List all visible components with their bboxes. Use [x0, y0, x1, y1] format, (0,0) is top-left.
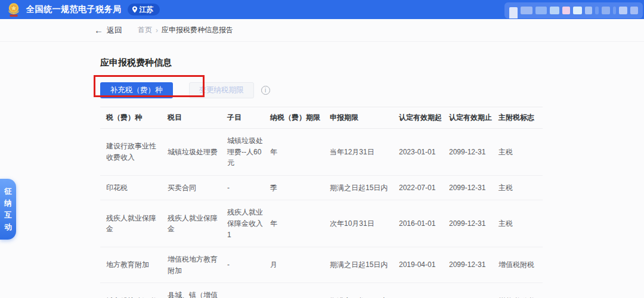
tax-types-table: 税（费）种 税目 子目 纳税（费）期限 申报期限 认定有效期起 认定有效期止 主… [100, 107, 543, 298]
cell-valid-from: 2019-04-01 [399, 247, 449, 283]
cell-filing-deadline: 期满之日起15日内 [330, 283, 399, 298]
region-label: 江苏 [140, 5, 154, 15]
action-button-row: 补充税（费）种 变更纳税期限 i [100, 78, 543, 102]
cell-tax-period: 月 [270, 283, 330, 298]
table-header-row: 税（费）种 税目 子目 纳税（费）期限 申报期限 认定有效期起 认定有效期止 主… [100, 107, 543, 129]
cell-sub-item: - [227, 175, 270, 200]
cell-filing-deadline: 期满之日起15日内 [330, 247, 399, 283]
supplement-tax-button[interactable]: 补充税（费）种 [100, 82, 173, 98]
cell-valid-to: 2099-12-31 [449, 175, 499, 200]
col-tax-type: 税（费）种 [100, 107, 168, 129]
breadcrumb-home[interactable]: 首页 [138, 25, 152, 35]
cell-tax-item: 县城、镇（增值税附征） [168, 283, 227, 298]
cell-valid-from: 2019-04-01 [399, 283, 449, 298]
table-row: 残疾人就业保障金 残疾人就业保障金 残疾人就业保障金收入1 年 次年10月31日… [100, 200, 543, 247]
page-title: 应申报税费种信息 [100, 57, 543, 69]
cell-sub-item: 城镇垃圾处理费--人60元 [227, 129, 270, 176]
table-row: 印花税 买卖合同 - 季 期满之日起15日内 2022-07-01 2099-1… [100, 175, 543, 200]
cell-filing-deadline: 当年12月31日 [330, 129, 399, 176]
cell-tax-type: 印花税 [100, 175, 168, 200]
cell-main-flag: 增值税附税 [499, 247, 543, 283]
col-main-flag: 主附税标志 [499, 107, 543, 129]
breadcrumb-bar: ← 返回 首页 › 应申报税费种信息报告 [0, 19, 644, 42]
cell-valid-from: 2022-07-01 [399, 175, 449, 200]
back-arrow-icon: ← [94, 25, 103, 35]
user-info-redacted[interactable] [504, 2, 643, 18]
cell-valid-from: 2016-01-01 [399, 200, 449, 247]
cell-valid-from: 2023-01-01 [399, 129, 449, 176]
cell-tax-item: 残疾人就业保障金 [168, 200, 227, 247]
back-button[interactable]: ← 返回 [94, 25, 122, 36]
tax-bureau-emblem-icon [6, 2, 21, 17]
cell-tax-type: 建设行政事业性收费收入 [100, 129, 168, 176]
col-filing-deadline: 申报期限 [330, 107, 399, 129]
col-sub-item: 子目 [227, 107, 270, 129]
col-tax-item: 税目 [168, 107, 227, 129]
cell-valid-to: 2099-12-31 [449, 129, 499, 176]
breadcrumb-separator: › [156, 26, 158, 35]
cell-tax-period: 季 [270, 175, 330, 200]
region-selector[interactable]: 江苏 [128, 4, 160, 15]
side-tab-char: 征 [4, 187, 12, 196]
info-icon[interactable]: i [261, 86, 270, 95]
cell-tax-period: 年 [270, 129, 330, 176]
top-header: 全国统一规范电子税务局 江苏 [0, 0, 644, 19]
cell-sub-item: - [227, 283, 270, 298]
cell-sub-item: 残疾人就业保障金收入1 [227, 200, 270, 247]
breadcrumb: 首页 › 应申报税费种信息报告 [138, 25, 233, 35]
side-tab-char: 纳 [4, 198, 12, 208]
cell-tax-type: 残疾人就业保障金 [100, 200, 168, 247]
cell-valid-to: 2099-12-31 [449, 200, 499, 247]
col-valid-from: 认定有效期起 [399, 107, 449, 129]
breadcrumb-current: 应申报税费种信息报告 [162, 25, 233, 35]
cell-valid-to: 2099-12-31 [449, 283, 499, 298]
table-body: 建设行政事业性收费收入 城镇垃圾处理费 城镇垃圾处理费--人60元 年 当年12… [100, 129, 543, 298]
cell-tax-type: 城市维护建设税 [100, 283, 168, 298]
cell-tax-period: 月 [270, 247, 330, 283]
cell-main-flag: 主税 [499, 129, 543, 176]
cell-filing-deadline: 次年10月31日 [330, 200, 399, 247]
cell-main-flag: 主税 [499, 175, 543, 200]
side-tab-char: 互 [4, 210, 12, 220]
table-row: 城市维护建设税 县城、镇（增值税附征） - 月 期满之日起15日内 2019-0… [100, 283, 543, 298]
cell-sub-item: - [227, 247, 270, 283]
cell-main-flag: 主税 [499, 200, 543, 247]
table-row: 地方教育附加 增值税地方教育附加 - 月 期满之日起15日内 2019-04-0… [100, 247, 543, 283]
cell-tax-type: 地方教育附加 [100, 247, 168, 283]
location-pin-icon [132, 6, 138, 13]
app-title: 全国统一规范电子税务局 [26, 4, 122, 15]
interaction-side-tab[interactable]: 征纳互动 [0, 179, 16, 240]
cell-tax-item: 城镇垃圾处理费 [168, 129, 227, 176]
main-content: 应申报税费种信息 补充税（费）种 变更纳税期限 i 税（费）种 税目 子目 纳税… [100, 57, 543, 298]
col-valid-to: 认定有效期止 [449, 107, 499, 129]
cell-valid-to: 2099-12-31 [449, 247, 499, 283]
cell-main-flag: 增值税附税 [499, 283, 543, 298]
side-tab-char: 动 [4, 222, 12, 232]
cell-tax-item: 买卖合同 [168, 175, 227, 200]
table-row: 建设行政事业性收费收入 城镇垃圾处理费 城镇垃圾处理费--人60元 年 当年12… [100, 129, 543, 176]
back-label: 返回 [107, 25, 122, 36]
cell-tax-item: 增值税地方教育附加 [168, 247, 227, 283]
cell-filing-deadline: 期满之日起15日内 [330, 175, 399, 200]
col-tax-period: 纳税（费）期限 [270, 107, 330, 129]
change-period-button-disabled: 变更纳税期限 [189, 82, 254, 98]
cell-tax-period: 年 [270, 200, 330, 247]
